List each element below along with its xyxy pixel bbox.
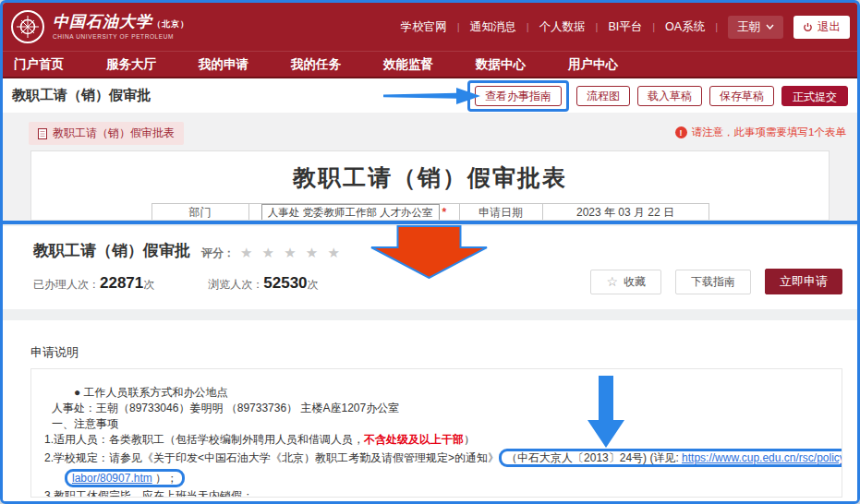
contact-line: 人事处：王朝（89733046）姜明明 （89733736） 主楼A座1207办…: [39, 402, 834, 415]
note-item-3: 3.教职工休假完毕，应在上班当天内销假；: [39, 489, 834, 498]
form-count-notice: ! 请注意，此事项需要填写1个表单: [675, 126, 846, 139]
nav-item-service-hall[interactable]: 服务大厅: [106, 56, 156, 73]
nav-item-home[interactable]: 门户首页: [14, 56, 64, 73]
bullet-icon: ●: [74, 386, 80, 399]
apply-now-button[interactable]: 立即申请: [765, 269, 842, 294]
link-school-site[interactable]: 学校官网: [401, 19, 447, 35]
annotation-arrow-down-red: [370, 225, 488, 279]
views-unit: 次: [308, 277, 319, 293]
nav-item-user-center[interactable]: 用户中心: [568, 56, 618, 73]
application-instructions-card: 申请说明 ● 工作人员联系方式和办公地点 人事处：王朝（89733046）姜明明…: [3, 320, 857, 501]
user-menu[interactable]: 王朝: [728, 16, 783, 39]
service-rating: 评分： ★ ★ ★ ★ ★: [201, 245, 343, 261]
form-content-area: 教职工请（销）假审批表 ! 请注意，此事项需要填写1个表单 教职工请（销）假审批…: [3, 113, 857, 221]
divider: |: [527, 21, 529, 32]
university-logo: 中国石油大学（北京） CHINA UNIVERSITY OF PETROLEUM: [10, 9, 189, 44]
service-detail-screenshot: 教职工请（销）假审批 评分： ★ ★ ★ ★ ★ 已办理人次： 22871 次 …: [3, 224, 857, 501]
divider: |: [596, 21, 599, 32]
link-oa-system[interactable]: OA系统: [665, 19, 705, 35]
dept-input[interactable]: 人事处 党委教师工作部 人才办公室: [261, 204, 440, 221]
site-header: 中国石油大学（北京） CHINA UNIVERSITY OF PETROLEUM…: [3, 3, 857, 51]
service-stats: 已办理人次： 22871 次 浏览人次： 52530 次: [33, 274, 319, 293]
instructions-heading: 申请说明: [30, 344, 79, 361]
note-item-1-suffix: ）: [464, 433, 475, 446]
note-item-1-text: 1.适用人员：各类教职工（包括学校编制外聘用人员和借调人员，: [44, 433, 364, 446]
annotation-highlight-guide: 查看办事指南: [467, 80, 569, 112]
university-name-text: 中国石油大学: [53, 13, 152, 30]
views-value: 52530: [263, 274, 307, 293]
service-buttons: ☆ 收藏 下载指南 立即申请: [590, 269, 842, 294]
flowchart-button[interactable]: 流程图: [576, 86, 630, 106]
nav-item-data-center[interactable]: 数据中心: [476, 56, 526, 73]
dept-input-cell: 人事处 党委教师工作部 人才办公室*: [248, 204, 459, 222]
note-item-1: 1.适用人员：各类教职工（包括学校编制外聘用人员和借调人员，不含处级及以上干部）: [39, 433, 834, 447]
divider: |: [715, 21, 718, 32]
toolbar-buttons: 查看办事指南 流程图 载入草稿 保存草稿 正式提交: [467, 80, 848, 112]
power-icon: [803, 22, 813, 32]
instructions-box: ● 工作人员联系方式和办公地点 人事处：王朝（89733046）姜明明 （897…: [30, 368, 842, 498]
form-title: 教职工请（销）假审批表: [31, 162, 829, 193]
favorite-label: 收藏: [624, 274, 646, 290]
main-nav: 门户首页 服务大厅 我的申请 我的任务 效能监督 数据中心 用户中心: [3, 51, 857, 78]
date-label-cell: 申请日期: [459, 204, 542, 222]
policy-ref-suffix: ）；: [152, 472, 177, 485]
download-guide-button[interactable]: 下载指南: [675, 270, 751, 294]
rating-label: 评分：: [201, 246, 235, 261]
dept-label-cell: 部门: [151, 204, 248, 222]
nav-item-my-applications[interactable]: 我的申请: [199, 56, 248, 73]
note-item-2-text: 2.学校规定：请参见《关于印发<中国石油大学《北京）教职工考勤及请假管理规定>的…: [44, 451, 499, 464]
portal-page: 中国石油大学（北京） CHINA UNIVERSITY OF PETROLEUM…: [0, 0, 860, 504]
logout-button[interactable]: 退出: [793, 16, 850, 39]
note-item-2-wrap: labor/80907.htm ）；: [39, 469, 834, 487]
annotation-arrow-right: [383, 86, 481, 106]
link-personal-data[interactable]: 个人数据: [539, 19, 586, 35]
page-title: 教职工请（销）假审批: [12, 87, 151, 104]
university-name-cn: 中国石油大学（北京）: [53, 14, 189, 31]
link-notifications[interactable]: 通知消息: [470, 19, 516, 35]
policy-link-part2[interactable]: labor/80907.htm: [72, 472, 152, 485]
table-row: 部门 人事处 党委教师工作部 人才办公室* 申请日期 2023 年 03 月 2…: [151, 204, 709, 222]
rating-stars[interactable]: ★ ★ ★ ★ ★: [240, 245, 343, 261]
logout-label: 退出: [818, 19, 841, 35]
leave-form-card: 教职工请（销）假审批表 部门 人事处 党委教师工作部 人才办公室* 申请日期 2…: [30, 150, 830, 221]
required-mark: *: [442, 206, 447, 219]
notes-section-title: 一、注意事项: [39, 417, 834, 431]
annotation-highlight-policy-ref: （中石大京人〔2013〕24号) (详见: https://www.cup.ed…: [499, 449, 842, 467]
date-value-cell: 2023 年 03 月 22 日: [542, 204, 709, 222]
submit-button[interactable]: 正式提交: [781, 86, 848, 106]
university-seal-icon: [10, 9, 45, 44]
form-tab-label: 教职工请（销）假审批表: [53, 126, 175, 141]
user-name: 王朝: [737, 19, 760, 35]
note-item-2: 2.学校规定：请参见《关于印发<中国石油大学《北京）教职工考勤及请假管理规定>的…: [39, 449, 834, 467]
handled-label: 已办理人次：: [33, 277, 100, 293]
star-icon: ☆: [606, 274, 618, 289]
form-count-notice-text: 请注意，此事项需要填写1个表单: [692, 126, 846, 139]
university-name-en: CHINA UNIVERSITY OF PETROLEUM: [53, 33, 189, 40]
link-bi-platform[interactable]: BI平台: [608, 19, 642, 35]
annotation-highlight-policy-url: labor/80907.htm ）；: [65, 469, 185, 487]
note-item-1-emphasis: 不含处级及以上干部: [364, 433, 464, 446]
university-name-block: 中国石油大学（北京） CHINA UNIVERSITY OF PETROLEUM: [53, 14, 189, 40]
views-label: 浏览人次：: [208, 277, 263, 293]
nav-item-efficiency[interactable]: 效能监督: [383, 56, 433, 73]
view-guide-button[interactable]: 查看办事指南: [475, 86, 562, 106]
favorite-button[interactable]: ☆ 收藏: [590, 270, 661, 294]
policy-ref-text: （中石大京人〔2013〕24号) (详见:: [506, 451, 682, 464]
load-draft-button[interactable]: 载入草稿: [637, 86, 702, 106]
form-tab[interactable]: 教职工请（销）假审批表: [29, 122, 184, 145]
chevron-down-icon: [766, 24, 774, 30]
handled-unit: 次: [143, 277, 154, 293]
nav-item-my-tasks[interactable]: 我的任务: [291, 56, 341, 73]
university-branch-text: （北京）: [152, 19, 189, 29]
divider: |: [457, 21, 460, 32]
warning-icon: !: [675, 126, 687, 138]
handled-value: 22871: [100, 274, 143, 293]
header-links: 学校官网 | 通知消息 | 个人数据 | BI平台 | OA系统 | 王朝 退出: [401, 16, 850, 39]
form-header-table: 部门 人事处 党委教师工作部 人才办公室* 申请日期 2023 年 03 月 2…: [151, 203, 709, 221]
policy-link-part1[interactable]: https://www.cup.edu.cn/rsc/policy/p-: [682, 451, 842, 464]
contact-section-title-text: 工作人员联系方式和办公地点: [84, 386, 228, 399]
contact-section-title: ● 工作人员联系方式和办公地点: [39, 386, 834, 400]
divider: |: [652, 21, 655, 32]
save-draft-button[interactable]: 保存草稿: [709, 86, 774, 106]
form-toolbar: 教职工请（销）假审批 查看办事指南 流程图 载入草稿 保存草稿 正式提交: [3, 78, 857, 113]
